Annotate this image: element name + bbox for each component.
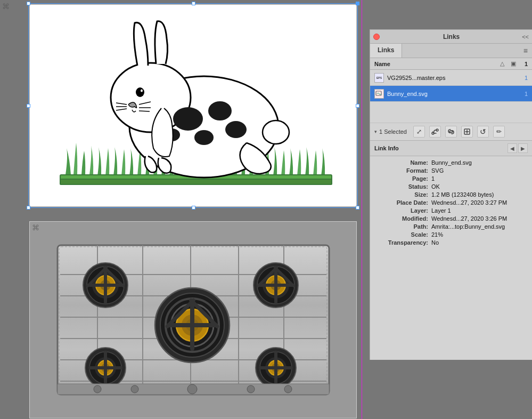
info-row: Modified:Wednesd...27, 2020 3:26 PM xyxy=(375,215,527,222)
svg-point-14 xyxy=(225,121,247,138)
info-label: Status: xyxy=(375,183,431,190)
link-info-header: Link Info ◀ ▶ xyxy=(370,141,532,156)
panel-titlebar: × Links << xyxy=(370,30,532,44)
goto-link-button[interactable]: ⤢ xyxy=(413,126,425,138)
info-value: 1 xyxy=(431,175,527,182)
svg-point-75 xyxy=(94,385,101,393)
info-label: Layer: xyxy=(375,207,431,214)
link-name-eps: VG29525...master.eps xyxy=(387,75,521,81)
edit-original-button[interactable]: ✏ xyxy=(493,126,505,138)
stove-image xyxy=(30,222,356,418)
link-thumb-svg xyxy=(374,89,384,99)
embed-icon-header: ▣ xyxy=(511,60,516,67)
link-info-prev-button[interactable]: ◀ xyxy=(508,143,517,153)
handle-tr[interactable] xyxy=(356,2,359,5)
info-row: Format:SVG xyxy=(375,167,527,174)
info-label: Page: xyxy=(375,175,431,182)
svg-point-4 xyxy=(136,87,144,97)
warning-icon-header: △ xyxy=(500,60,504,67)
svg-rect-37 xyxy=(104,267,107,304)
info-value: Layer 1 xyxy=(431,207,527,214)
artwork-frame-stove[interactable] xyxy=(29,221,357,418)
info-row: Layer:Layer 1 xyxy=(375,207,527,214)
panel-expand-button[interactable]: << xyxy=(522,34,529,40)
panel-menu-button[interactable]: ≡ xyxy=(519,44,532,58)
info-label: Size: xyxy=(375,191,431,198)
svg-point-13 xyxy=(208,101,232,120)
link-info-section-title: Link Info xyxy=(374,145,508,151)
info-row: Transparency:No xyxy=(375,239,527,246)
svg-point-76 xyxy=(131,385,138,393)
svg-rect-57 xyxy=(190,300,194,351)
svg-point-81 xyxy=(436,129,438,131)
panel-close-button[interactable]: × xyxy=(373,34,380,40)
links-list: EPS VG29525...master.eps 1 Bunny_end.svg… xyxy=(370,70,532,123)
svg-point-77 xyxy=(187,384,197,394)
bunny-link-icon: ⌘ xyxy=(2,2,10,11)
links-table-header: Name △ ▣ 1 xyxy=(370,58,532,70)
svg-point-12 xyxy=(173,107,203,131)
selected-count-label: ▾ 1 Selected xyxy=(374,128,407,135)
svg-point-15 xyxy=(194,130,214,145)
link-page-eps: 1 xyxy=(525,75,528,81)
info-value: 21% xyxy=(431,231,527,238)
info-row: Path:Amrita:...top:Bunny_end.svg xyxy=(375,223,527,230)
svg-point-78 xyxy=(247,385,255,393)
artwork-frame-bunny[interactable] xyxy=(29,4,357,207)
info-value: OK xyxy=(431,183,527,190)
info-value: 1.2 MB (1232408 bytes) xyxy=(431,191,527,198)
info-label: Name: xyxy=(375,159,431,166)
guide-line-magenta xyxy=(362,0,362,419)
links-list-spacer xyxy=(370,102,532,123)
info-row: Status:OK xyxy=(375,183,527,190)
handle-br[interactable] xyxy=(356,206,359,210)
svg-point-5 xyxy=(141,90,143,92)
status-icon-headers: △ ▣ xyxy=(500,60,516,67)
info-value: Wednesd...27, 2020 3:26 PM xyxy=(431,215,527,222)
link-info-table: Name:Bunny_end.svgFormat:SVGPage:1Status… xyxy=(370,156,532,251)
info-label: Modified: xyxy=(375,215,431,222)
svg-line-11 xyxy=(139,111,150,111)
info-value: Amrita:...top:Bunny_end.svg xyxy=(431,223,527,230)
info-label: Format: xyxy=(375,167,431,174)
link-page-svg: 1 xyxy=(525,91,528,97)
info-label: Transparency: xyxy=(375,239,431,246)
chevron-icon: ▾ xyxy=(374,129,377,134)
svg-rect-1 xyxy=(60,179,332,184)
info-value: No xyxy=(431,239,527,246)
bunny-image xyxy=(30,5,356,206)
links-actions-bar: ▾ 1 Selected ⤢ ↺ ✏ xyxy=(370,123,532,141)
svg-rect-66 xyxy=(104,351,107,385)
tab-links[interactable]: Links xyxy=(370,44,402,58)
svg-rect-73 xyxy=(274,351,277,385)
info-value: Wednesd...27, 2020 3:27 PM xyxy=(431,199,527,206)
info-label: Scale: xyxy=(375,231,431,238)
update-link-button[interactable]: ↺ xyxy=(477,126,489,138)
handle-bl[interactable] xyxy=(27,206,30,210)
info-value: Bunny_end.svg xyxy=(431,159,527,166)
link-info-next-button[interactable]: ▶ xyxy=(518,143,528,153)
link-row-eps[interactable]: EPS VG29525...master.eps 1 xyxy=(370,70,532,86)
handle-bc[interactable] xyxy=(192,206,195,210)
svg-point-82 xyxy=(432,132,434,134)
svg-rect-46 xyxy=(274,267,277,304)
links-panel: × Links << Links ≡ Name △ ▣ 1 EPS VG2952… xyxy=(370,29,532,360)
info-value: SVG xyxy=(431,167,527,174)
panel-title: Links xyxy=(383,33,520,41)
page-column-header: 1 xyxy=(520,61,528,67)
panel-tab-bar: Links ≡ xyxy=(370,44,532,58)
info-row: Place Date:Wednesd...27, 2020 3:27 PM xyxy=(375,199,527,206)
svg-point-17 xyxy=(263,120,289,144)
relink-button[interactable] xyxy=(429,126,441,138)
info-row: Page:1 xyxy=(375,175,527,182)
link-thumb-eps: EPS xyxy=(374,73,384,83)
link-row-svg[interactable]: Bunny_end.svg 1 xyxy=(370,86,532,102)
info-row: Scale:21% xyxy=(375,231,527,238)
selected-count-text: 1 Selected xyxy=(379,128,407,135)
link-button[interactable] xyxy=(445,126,457,138)
info-label: Path: xyxy=(375,223,431,230)
info-row: Name:Bunny_end.svg xyxy=(375,159,527,166)
handle-mr[interactable] xyxy=(356,104,359,108)
embed-button[interactable] xyxy=(461,126,473,138)
stove-link-icon: ⌘ xyxy=(32,223,39,232)
